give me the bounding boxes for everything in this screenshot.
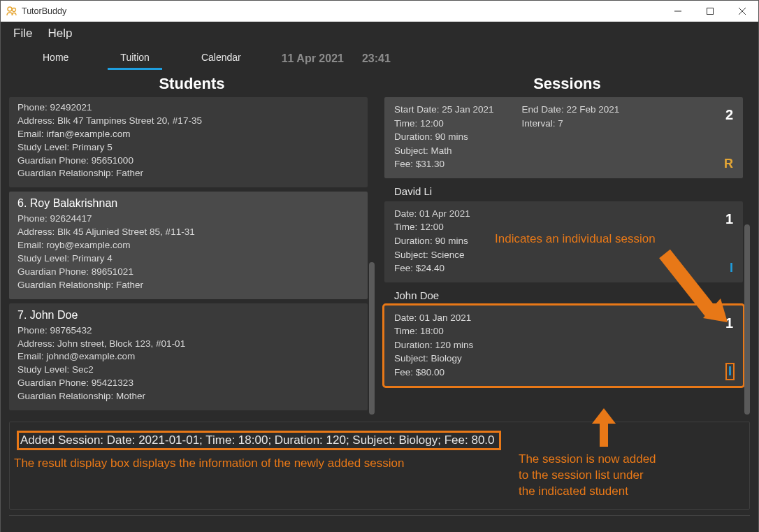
session-subject: Subject: Biology <box>394 352 733 366</box>
session-owner: John Doe <box>384 288 743 305</box>
session-type-badge: I <box>730 261 733 275</box>
students-list-wrap: Phone: 92492021 Address: Blk 47 Tampines… <box>9 97 375 415</box>
session-time: Time: 12:00 <box>394 117 494 131</box>
student-phone: Phone: 92492021 <box>17 101 359 115</box>
session-end: End Date: 22 Feb 2021 <box>522 103 620 117</box>
tab-bar: Home Tuition Calendar 11 Apr 2021 23:41 <box>1 45 758 72</box>
student-guardian-rel: Guardian Relationship: Father <box>17 167 359 180</box>
app-icon <box>6 6 17 17</box>
session-fee: Fee: $31.30 <box>394 157 494 171</box>
session-duration: Duration: 120 mins <box>394 338 733 352</box>
bottom-area: Added Session: Date: 2021-01-01; Time: 1… <box>1 422 758 515</box>
scroll-thumb[interactable] <box>369 262 375 415</box>
session-time: Time: 12:00 <box>394 220 733 234</box>
minimize-icon <box>674 8 681 15</box>
session-fee: Fee: $24.40 <box>394 261 733 275</box>
sessions-pane: Sessions Start Date: 25 Jan 2021 Time: 1… <box>384 72 750 415</box>
annotation-result-desc: The result display box displays the info… <box>14 456 404 472</box>
student-card[interactable]: 6. Roy Balakrishnan Phone: 92624417 Addr… <box>9 192 368 299</box>
student-phone: Phone: 98765432 <box>17 324 359 338</box>
session-time: Time: 18:00 <box>394 324 733 338</box>
session-block: David Li Date: 01 Apr 2021 Time: 12:00 D… <box>384 184 743 282</box>
session-count-badge: 2 <box>725 107 733 123</box>
students-title: Students <box>9 75 375 93</box>
student-guardian-phone: Guardian Phone: 95421323 <box>17 377 359 390</box>
session-subject: Subject: Math <box>394 144 494 158</box>
session-date: Date: 01 Apr 2021 <box>394 207 733 221</box>
student-level: Study Level: Primary 4 <box>17 252 359 266</box>
close-icon <box>739 8 746 15</box>
minimize-button[interactable] <box>662 1 694 22</box>
menu-file[interactable]: File <box>10 24 35 43</box>
result-display-box: Added Session: Date: 2021-01-01; Time: 1… <box>9 422 750 510</box>
student-card[interactable]: Phone: 92492021 Address: Blk 47 Tampines… <box>9 97 368 187</box>
maximize-icon <box>707 8 714 15</box>
students-list[interactable]: Phone: 92492021 Address: Blk 47 Tampines… <box>9 97 375 415</box>
session-block: John Doe Date: 01 Jan 2021 Time: 18:00 D… <box>384 288 743 387</box>
maximize-button[interactable] <box>694 1 726 22</box>
sessions-scrollbar[interactable] <box>744 97 750 415</box>
app-window: TutorBuddy File Help Home Tuition <box>0 0 759 532</box>
close-button[interactable] <box>726 1 758 22</box>
session-type-badge: R <box>724 157 733 171</box>
session-type-badge: I <box>727 364 733 379</box>
tab-tuition[interactable]: Tuition <box>108 48 162 70</box>
student-email: Email: irfan@example.com <box>17 128 359 141</box>
session-duration: Duration: 90 mins <box>394 130 494 144</box>
session-block: Start Date: 25 Jan 2021 Time: 12:00 Dura… <box>384 97 743 178</box>
content-area: Students Phone: 92492021 Address: Blk 47… <box>1 72 758 422</box>
svg-point-1 <box>13 8 16 12</box>
student-guardian-rel: Guardian Relationship: Father <box>17 279 359 292</box>
menu-bar: File Help <box>1 22 758 45</box>
header-time: 23:41 <box>362 52 391 65</box>
result-highlight: Added Session: Date: 2021-01-01; Time: 1… <box>17 431 501 450</box>
student-name: 6. Roy Balakrishnan <box>17 197 359 210</box>
menu-help[interactable]: Help <box>45 24 75 43</box>
titlebar: TutorBuddy <box>1 1 758 22</box>
student-address: Address: Blk 45 Aljunied Street 85, #11-… <box>17 226 359 239</box>
student-address: Address: Blk 47 Tampines Street 20, #17-… <box>17 115 359 128</box>
student-card[interactable]: 7. John Doe Phone: 98765432 Address: Joh… <box>9 303 368 410</box>
students-pane: Students Phone: 92492021 Address: Blk 47… <box>9 72 375 415</box>
session-start: Start Date: 25 Jan 2021 <box>394 103 494 117</box>
session-card[interactable]: Date: 01 Jan 2021 Time: 18:00 Duration: … <box>384 305 743 387</box>
students-scrollbar[interactable] <box>369 97 375 415</box>
session-owner: David Li <box>384 184 743 201</box>
session-card[interactable]: Date: 01 Apr 2021 Time: 12:00 Duration: … <box>384 201 743 282</box>
session-interval: Interval: 7 <box>522 117 620 131</box>
session-subject: Subject: Science <box>394 248 733 262</box>
annotation-added-desc: The session is now added to the session … <box>519 452 656 500</box>
result-text: Added Session: Date: 2021-01-01; Time: 1… <box>20 433 495 447</box>
student-address: Address: John street, Block 123, #01-01 <box>17 338 359 351</box>
sessions-list[interactable]: Start Date: 25 Jan 2021 Time: 12:00 Dura… <box>384 97 750 386</box>
student-phone: Phone: 92624417 <box>17 213 359 226</box>
session-date: Date: 01 Jan 2021 <box>394 311 733 325</box>
student-email: Email: johnd@example.com <box>17 350 359 364</box>
student-guardian-phone: Guardian Phone: 89651021 <box>17 266 359 279</box>
sessions-title: Sessions <box>384 75 750 93</box>
window-controls <box>662 1 758 22</box>
session-card[interactable]: Start Date: 25 Jan 2021 Time: 12:00 Dura… <box>384 97 743 178</box>
student-guardian-phone: Guardian Phone: 95651000 <box>17 154 359 168</box>
session-count-badge: 1 <box>725 315 733 331</box>
student-email: Email: royb@example.com <box>17 239 359 252</box>
svg-rect-2 <box>707 8 714 15</box>
student-guardian-rel: Guardian Relationship: Mother <box>17 390 359 403</box>
sessions-list-wrap: Start Date: 25 Jan 2021 Time: 12:00 Dura… <box>384 97 750 415</box>
app-body: File Help Home Tuition Calendar 11 Apr 2… <box>1 22 758 532</box>
window-title: TutorBuddy <box>22 6 66 16</box>
separator <box>9 515 750 516</box>
header-date: 11 Apr 2021 <box>282 52 344 65</box>
student-level: Study Level: Sec2 <box>17 364 359 377</box>
session-count-badge: 1 <box>725 211 733 227</box>
session-duration: Duration: 90 mins <box>394 234 733 248</box>
titlebar-left: TutorBuddy <box>6 6 66 17</box>
student-name: 7. John Doe <box>17 309 359 322</box>
student-level: Study Level: Primary 5 <box>17 141 359 154</box>
svg-point-0 <box>8 7 12 11</box>
session-fee: Fee: $80.00 <box>394 366 733 380</box>
scroll-thumb[interactable] <box>744 224 750 415</box>
tab-calendar[interactable]: Calendar <box>189 48 254 70</box>
tab-home[interactable]: Home <box>30 48 81 70</box>
